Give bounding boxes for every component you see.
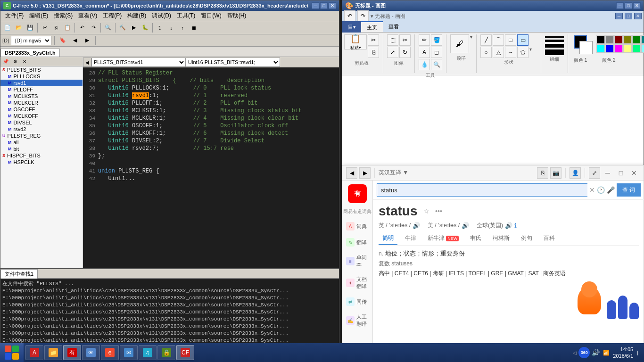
dict-nav-back[interactable]: ◀ [346, 167, 357, 179]
menu-debug[interactable]: 调试(D) [149, 11, 174, 21]
dict-copy-btn[interactable]: ⎘ [537, 167, 548, 179]
search-result[interactable]: E:\000project\anli\ti_anli\tidcs\c28\DSP… [2, 288, 337, 295]
tree-item-pllsts_reg[interactable]: UPLLSTS_REG [0, 132, 83, 139]
copy-btn[interactable]: ⎘ [51, 23, 61, 33]
menu-project[interactable]: 工程(P) [100, 11, 124, 21]
tray-expand-btn[interactable]: ◁ [573, 350, 577, 355]
rotate-btn[interactable]: ↻ [399, 47, 411, 58]
dict-tab-examples[interactable]: 例句 [517, 232, 536, 245]
crop-btn[interactable]: ✂ [399, 34, 411, 46]
dict-close-btn[interactable]: ✕ [628, 167, 640, 179]
menu-help[interactable]: 帮助(H) [224, 11, 249, 21]
dict-tab-webster[interactable]: 韦氏 [466, 232, 485, 245]
tree-item-divsel[interactable]: MDIVSEL [0, 119, 83, 126]
dict-tab-brief[interactable]: 简明 [379, 232, 397, 245]
step-over-btn[interactable]: ⤵ [155, 23, 165, 33]
menu-view[interactable]: 查看(V) [75, 11, 100, 21]
pencil-btn[interactable]: ✏ [419, 34, 430, 46]
stop-btn[interactable]: ⏹ [189, 23, 199, 33]
tree-item-rsvd2[interactable]: Mrsvd2 [0, 126, 83, 132]
dict-screenshot-btn[interactable]: 📷 [550, 167, 561, 179]
file-tab-sysctrl[interactable]: DSP2833x_SysCtrl.h [0, 49, 60, 57]
dict-tab-collins[interactable]: 柯林斯 [489, 232, 513, 245]
ide-close-btn[interactable]: ✕ [329, 2, 336, 9]
search-result[interactable]: E:\000project\anli\ti_anli\tidcs\c28\DSP… [2, 309, 337, 316]
menu-build[interactable]: 构建(B) [124, 11, 149, 21]
taskbar-item-pdf[interactable]: A [25, 345, 43, 360]
run-btn[interactable]: ▶ [129, 23, 139, 33]
select-btn[interactable]: ⬚ [387, 34, 398, 46]
color-cell[interactable] [605, 44, 614, 53]
dict-expand-btn[interactable]: ⤢ [589, 167, 600, 179]
dict-info-btn[interactable]: ℹ [514, 222, 517, 229]
color-cell[interactable] [632, 35, 641, 44]
sidebar-item-translate[interactable]: ✎ 翻译 [344, 235, 371, 249]
color-cell[interactable] [614, 35, 623, 44]
menu-window[interactable]: 窗口(W) [198, 11, 224, 21]
search-result[interactable]: E:\000project\anli\ti_anli\tidcs\c28\DSP… [2, 295, 337, 302]
text-btn[interactable]: A [419, 47, 430, 58]
panel-pin-btn[interactable]: 📌 [1, 58, 10, 66]
taskbar-item-media[interactable]: ♫ [139, 345, 157, 360]
taskbar-item-security[interactable]: 🔒 [157, 345, 175, 360]
sidebar-item-doctrans[interactable]: ✦ 文档翻译 [344, 273, 371, 293]
paint-win-close[interactable]: ✕ [634, 13, 642, 19]
dict-restore-btn[interactable]: □ [615, 167, 627, 179]
color2-swatch[interactable] [579, 41, 593, 54]
tree-item-plloff[interactable]: MPLLOFF [0, 86, 83, 93]
dict-more-btn[interactable]: ••• [433, 206, 444, 216]
rect-btn[interactable]: □ [505, 34, 516, 46]
paint-win-minimize[interactable]: ─ [615, 13, 623, 19]
taskbar-item-ie[interactable]: e [101, 345, 119, 360]
tree-item-oscoff[interactable]: MOSCOFF [0, 106, 83, 113]
find-btn[interactable]: 🔍 [103, 23, 113, 33]
ide-minimize-btn[interactable]: ─ [312, 2, 319, 9]
sidebar-item-simultaneous[interactable]: ⇄ 同传 [344, 295, 371, 309]
taskbar-item-mail[interactable]: ✉ [120, 345, 138, 360]
search-result[interactable]: E:\000project\anli\ti_anli\tidcs\c28\DSP… [2, 316, 337, 323]
dict-mic-btn[interactable]: 🎤 [607, 186, 615, 194]
menu-file[interactable]: 文件(F) [2, 11, 26, 21]
build-btn[interactable]: 🔨 [117, 23, 128, 33]
code-editor[interactable]: 28// PLL Status Register29struct PLLSTS_… [83, 67, 339, 268]
paint-maximize-btn[interactable]: □ [625, 2, 632, 9]
tree-item-mclksts[interactable]: MMCLKSTS [0, 93, 83, 99]
code-nav-back[interactable]: ◀ [83, 58, 91, 67]
paint-close-btn[interactable]: ✕ [633, 2, 641, 9]
ellipse-btn[interactable]: ○ [480, 47, 492, 58]
pentagon-btn[interactable]: ⬠ [517, 47, 528, 58]
dict-translate-dropdown[interactable]: 英汉互译 ▼ [379, 169, 408, 177]
eyedropper-btn[interactable]: 💧 [419, 59, 430, 70]
tray-volume-icon[interactable]: 🔊 [592, 349, 600, 356]
cut-btn[interactable]: ✂ [368, 34, 379, 46]
paste-btn[interactable]: 📋 粘贴▾ [344, 34, 367, 49]
tree-item-mclkclr[interactable]: MMCLKCLR [0, 99, 83, 106]
panel-settings-btn[interactable]: ⚙ [11, 58, 19, 66]
redo-btn[interactable]: ↷ [88, 23, 99, 33]
dict-search-input[interactable] [377, 183, 587, 197]
tree-item-plllocks[interactable]: MPLLLOCKS [0, 73, 83, 80]
panel-close-btn[interactable]: ✕ [20, 58, 29, 66]
taskbar-item-cfree[interactable]: CF [176, 345, 194, 360]
size-4-btn[interactable] [545, 49, 564, 55]
curve-btn[interactable]: ⌒ [493, 34, 504, 46]
paint-tab-home[interactable]: 主页 [361, 21, 383, 32]
tray-360-icon[interactable]: 360 [578, 347, 590, 358]
taskbar-item-input[interactable]: 👁 [82, 345, 100, 360]
taskbar-item-youdao[interactable]: 有 [63, 345, 81, 360]
sidebar-item-wordbook[interactable]: ≡ 单词本 [344, 251, 371, 271]
color-cell[interactable] [623, 35, 632, 44]
paint-win-restore[interactable]: □ [625, 13, 632, 19]
new-file-btn[interactable]: 📄 [2, 23, 13, 33]
tree-item-rsvd1[interactable]: Mrsvd1 [0, 80, 83, 86]
dict-tab-oxford[interactable]: 牛津 [401, 232, 420, 245]
sidebar-item-human-trans[interactable]: ✍ 人工翻译 [344, 311, 371, 330]
debug-btn[interactable]: 🐛 [140, 23, 150, 33]
dict-search-button[interactable]: 查 词 [617, 183, 641, 197]
triangle-btn[interactable]: △ [493, 47, 504, 58]
search-result[interactable]: E:\000project\anli\ti_anli\tidcs\c28\DSP… [2, 302, 337, 309]
color-cell[interactable] [596, 35, 605, 44]
undo-btn[interactable]: ↶ [77, 23, 87, 33]
taskbar-item-files[interactable]: 📁 [44, 345, 62, 360]
color-cell[interactable] [632, 44, 641, 53]
